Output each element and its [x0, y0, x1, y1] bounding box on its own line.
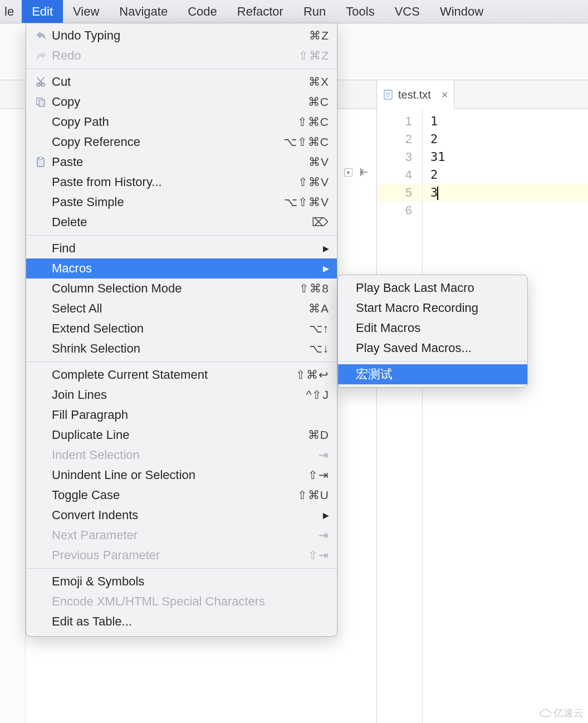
menu-navigate[interactable]: Navigate — [109, 0, 178, 23]
menu-refactor[interactable]: Refactor — [227, 0, 293, 23]
menu-item-shortcut: ⇧⌘U — [297, 488, 329, 502]
menu-item-fill-paragraph[interactable]: Fill Paragraph — [26, 405, 337, 425]
menu-item-label: Macros — [52, 261, 318, 276]
menu-item-find[interactable]: Find▶ — [26, 238, 337, 258]
editor-gutter: 123456 — [377, 109, 423, 723]
svg-rect-7 — [39, 100, 45, 106]
submenu-item-edit-macros[interactable]: Edit Macros — [338, 318, 527, 338]
menu-run[interactable]: Run — [293, 0, 336, 23]
menu-item-shortcut: ⌘C — [308, 95, 329, 109]
menu-item-shortcut: ⌦ — [312, 216, 329, 229]
menu-item-paste-simple[interactable]: Paste Simple⌥⇧⌘V — [26, 192, 337, 212]
menu-item-label: Paste — [52, 155, 308, 169]
submenu-item-play-saved-macros[interactable]: Play Saved Macros... — [338, 338, 527, 358]
cloud-icon — [539, 708, 551, 718]
line-number: 2 — [377, 130, 422, 148]
menu-item-unindent-line-or-selection[interactable]: Unindent Line or Selection⇧⇥ — [26, 465, 337, 485]
menu-item-label: Undo Typing — [52, 28, 309, 43]
menu-item-column-selection-mode[interactable]: Column Selection Mode⇧⌘8 — [26, 279, 337, 299]
menu-item-label: Select All — [52, 301, 308, 316]
menu-item-shortcut: ⇧⇥ — [308, 468, 329, 482]
menu-item-label: Copy Reference — [52, 135, 283, 149]
menu-item-shortcut: ⇥ — [318, 448, 329, 462]
code-line[interactable] — [423, 202, 588, 219]
svg-rect-9 — [39, 157, 42, 159]
submenu-item-play-back-last-macro[interactable]: Play Back Last Macro — [338, 278, 527, 298]
menu-item-label: Copy Path — [52, 115, 297, 129]
editor-code[interactable]: 123123 — [423, 109, 588, 723]
line-number: 6 — [377, 202, 422, 219]
menu-item-delete[interactable]: Delete⌦ — [26, 212, 337, 232]
menu-item-label: Previous Parameter — [52, 548, 308, 563]
submenu-item-start-macro-recording[interactable]: Start Macro Recording — [338, 298, 527, 318]
menu-item-label: Delete — [52, 215, 312, 229]
editor-tab[interactable]: test.txt ✕ — [376, 80, 454, 109]
file-text-icon — [383, 89, 394, 100]
menu-item-shortcut: ⌘V — [308, 155, 329, 169]
menu-item-label: Toggle Case — [52, 488, 297, 502]
code-line[interactable]: 3 — [423, 184, 588, 202]
menu-item-copy[interactable]: Copy⌘C — [26, 92, 337, 112]
menu-item-emoji-symbols[interactable]: Emoji & Symbols — [26, 571, 337, 592]
menu-le[interactable]: le — [0, 0, 22, 23]
edit-menu-dropdown: Undo Typing⌘ZRedo⇧⌘ZCut⌘XCopy⌘CCopy Path… — [26, 23, 337, 637]
menu-item-shortcut: ⇧⌘V — [298, 175, 329, 189]
menu-item-label: Paste from History... — [52, 175, 298, 189]
menu-item-previous-parameter: Previous Parameter⇧⇥ — [26, 545, 337, 565]
code-line[interactable]: 2 — [423, 166, 588, 184]
menu-item-shortcut: ⌘X — [308, 75, 329, 89]
menu-item-copy-reference[interactable]: Copy Reference⌥⇧⌘C — [26, 132, 337, 152]
menu-window[interactable]: Window — [430, 0, 493, 23]
menu-item-shortcut: ⌘Z — [309, 29, 329, 42]
menu-item-shortcut: ⌘D — [308, 428, 329, 442]
menu-item-shrink-selection[interactable]: Shrink Selection⌥↓ — [26, 339, 337, 359]
menu-tools[interactable]: Tools — [336, 0, 384, 23]
menu-item-label: Edit as Table... — [52, 614, 329, 629]
menu-item-select-all[interactable]: Select All⌘A — [26, 299, 337, 319]
code-line[interactable]: 2 — [423, 130, 588, 148]
menu-edit[interactable]: Edit — [22, 0, 63, 23]
line-number: 1 — [377, 113, 422, 130]
line-number: 5 — [377, 184, 422, 202]
menu-item-cut[interactable]: Cut⌘X — [26, 72, 337, 92]
code-line[interactable]: 31 — [423, 148, 588, 166]
menu-vcs[interactable]: VCS — [385, 0, 430, 23]
menu-item-shortcut: ⌥⇧⌘V — [284, 196, 329, 209]
menu-item-undo-typing[interactable]: Undo Typing⌘Z — [26, 26, 337, 46]
menu-item-paste[interactable]: Paste⌘V — [26, 152, 337, 172]
menu-item-next-parameter: Next Parameter⇥ — [26, 525, 337, 545]
submenu-arrow-icon: ▶ — [318, 244, 329, 253]
menu-item-label: Cut — [52, 75, 308, 89]
menu-item-label: Unindent Line or Selection — [52, 468, 308, 482]
code-line[interactable]: 1 — [423, 113, 588, 130]
menu-item-label: Shrink Selection — [52, 341, 309, 356]
menu-item-duplicate-line[interactable]: Duplicate Line⌘D — [26, 425, 337, 445]
editor-area: 123456 123123 — [376, 109, 588, 723]
line-number: 4 — [377, 166, 422, 184]
menu-item-shortcut: ⌥↑ — [309, 322, 330, 335]
menu-item-extend-selection[interactable]: Extend Selection⌥↑ — [26, 319, 337, 339]
menu-view[interactable]: View — [63, 0, 109, 23]
macros-submenu: Play Back Last MacroStart Macro Recordin… — [337, 275, 528, 388]
nav-back-icon[interactable] — [359, 167, 369, 177]
menu-item-copy-path[interactable]: Copy Path⇧⌘C — [26, 112, 337, 132]
menu-item-edit-as-table[interactable]: Edit as Table... — [26, 612, 337, 632]
menu-code[interactable]: Code — [178, 0, 227, 23]
menu-item-macros[interactable]: Macros▶ — [26, 258, 337, 279]
menu-item-toggle-case[interactable]: Toggle Case⇧⌘U — [26, 485, 337, 505]
close-icon[interactable]: ✕ — [441, 90, 448, 100]
menu-item-label: Find — [52, 241, 318, 256]
dropdown-icon[interactable]: ▾ — [344, 168, 352, 177]
menu-item-convert-indents[interactable]: Convert Indents▶ — [26, 505, 337, 525]
menu-item-paste-from-history[interactable]: Paste from History...⇧⌘V — [26, 172, 337, 192]
menu-item-shortcut: ⌘A — [308, 302, 329, 315]
left-edge-panel — [0, 23, 26, 723]
menu-item-label: Column Selection Mode — [52, 281, 299, 296]
menu-item-shortcut: ⇥ — [318, 529, 329, 542]
submenu-item-saved-macro[interactable]: 宏测试 — [338, 364, 527, 384]
menu-item-complete-current-statement[interactable]: Complete Current Statement⇧⌘↩ — [26, 365, 337, 385]
line-number: 3 — [377, 148, 422, 166]
menu-item-join-lines[interactable]: Join Lines^⇧J — [26, 385, 337, 405]
menu-item-shortcut: ⇧⌘↩ — [296, 368, 329, 382]
menu-item-label: Convert Indents — [52, 508, 318, 522]
